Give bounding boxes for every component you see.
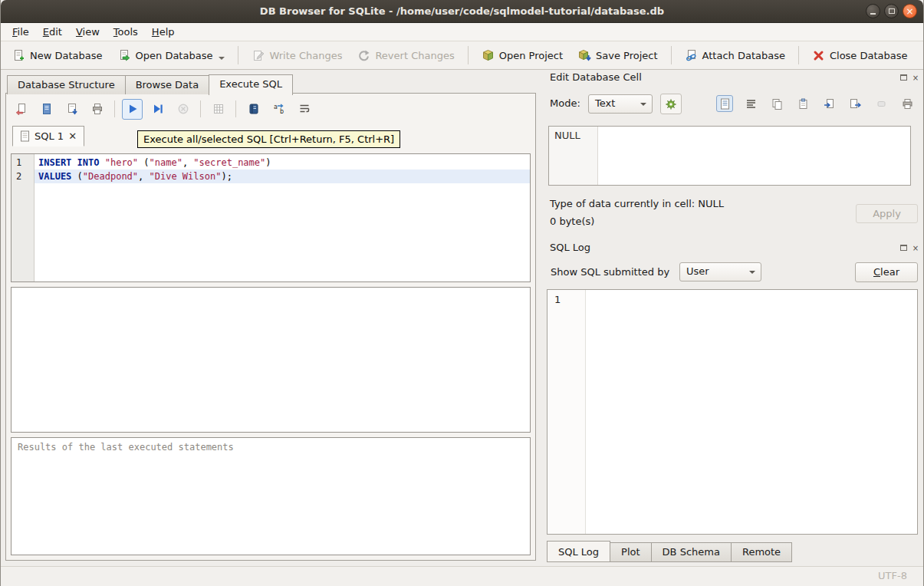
null-icon xyxy=(876,99,886,109)
attach-database-button[interactable]: Attach Database xyxy=(678,44,792,67)
cell-editor-body[interactable] xyxy=(598,127,910,185)
menubar: File Edit View Tools Help xyxy=(1,23,923,41)
line-number: 2 xyxy=(12,170,34,183)
revert-changes-button: Revert Changes xyxy=(350,44,461,67)
left-tab-bar: Database Structure Browse Data Execute S… xyxy=(7,74,293,95)
cell-editor[interactable]: NULL xyxy=(548,126,911,186)
close-panel-button[interactable]: × xyxy=(911,73,920,82)
revert-changes-icon xyxy=(357,49,370,62)
stop-icon xyxy=(177,103,189,115)
open-database-dropdown-icon[interactable] xyxy=(219,57,225,60)
sql-document-tab[interactable]: SQL 1 ✕ xyxy=(12,126,84,146)
sql-log-content[interactable] xyxy=(586,290,917,534)
window-controls: × xyxy=(866,4,917,18)
save-sql-file-button[interactable] xyxy=(36,99,57,120)
tab-browse-data[interactable]: Browse Data xyxy=(125,75,210,94)
menu-file[interactable]: File xyxy=(5,24,36,40)
new-database-icon xyxy=(12,49,25,62)
log-filter-select[interactable]: User xyxy=(679,262,761,281)
print-cell-button[interactable] xyxy=(899,95,916,112)
menu-tools[interactable]: Tools xyxy=(107,24,145,40)
execute-current-line-button[interactable] xyxy=(147,99,168,120)
text-view-button[interactable] xyxy=(716,95,733,112)
print-icon xyxy=(91,103,104,115)
open-in-editor-button[interactable] xyxy=(243,99,264,120)
open-project-button[interactable]: Open Project xyxy=(475,44,570,67)
close-button[interactable]: × xyxy=(903,4,917,18)
tab-execute-sql[interactable]: Execute SQL xyxy=(209,74,293,95)
line-number: 1 xyxy=(12,156,34,170)
mode-select[interactable]: Text xyxy=(588,94,653,114)
sql-editor-code[interactable]: INSERT INTO "hero" ("name", "secret_name… xyxy=(35,154,530,281)
sql-log-filter-row: Show SQL submitted by User Clear xyxy=(542,262,924,283)
undock-icon xyxy=(900,245,907,251)
word-wrap-cell-button[interactable] xyxy=(742,95,759,112)
bottom-tab-bar: SQL Log Plot DB Schema Remote xyxy=(547,541,792,562)
code-line[interactable]: INSERT INTO "hero" ("name", "secret_name… xyxy=(35,156,530,170)
set-null-button xyxy=(873,95,889,112)
undock-panel-button[interactable] xyxy=(899,73,908,82)
close-icon: × xyxy=(906,7,913,16)
write-changes-button: Write Changes xyxy=(245,44,349,67)
open-sql-file-button[interactable] xyxy=(11,99,31,120)
results-message-box[interactable]: Results of the last executed statements xyxy=(11,437,531,555)
paste-icon xyxy=(797,98,809,110)
edit-cell-dock-controls: × xyxy=(899,73,920,82)
tab-plot[interactable]: Plot xyxy=(610,542,652,562)
close-panel-icon: × xyxy=(912,244,919,252)
word-wrap-button[interactable] xyxy=(294,99,314,120)
execute-all-button[interactable] xyxy=(122,99,143,120)
gear-icon xyxy=(665,98,677,110)
titlebar: DB Browser for SQLite - /home/user/code/… xyxy=(1,0,923,23)
tab-sql-log[interactable]: SQL Log xyxy=(547,541,610,562)
notebook-icon xyxy=(248,103,260,115)
toolbar-separator xyxy=(238,46,238,64)
import-icon xyxy=(824,98,835,110)
tab-remote[interactable]: Remote xyxy=(731,542,792,562)
open-database-button[interactable]: Open Database xyxy=(111,44,232,67)
code-line[interactable]: VALUES ("Deadpond", "Dive Wilson"); xyxy=(35,170,530,183)
find-replace-button[interactable]: ab xyxy=(268,99,289,120)
close-database-button[interactable]: Close Database xyxy=(805,44,915,67)
paste-cell-button[interactable] xyxy=(794,95,811,112)
results-table[interactable] xyxy=(11,287,531,433)
cell-settings-button[interactable] xyxy=(660,94,682,114)
menu-view[interactable]: View xyxy=(69,24,107,40)
execute-icon xyxy=(127,103,139,115)
copy-icon xyxy=(771,98,783,110)
statusbar: UTF-8 xyxy=(1,566,923,586)
clear-log-button[interactable]: Clear xyxy=(855,262,918,282)
log-filter-label: Show SQL submitted by xyxy=(551,266,669,278)
import-cell-data-button[interactable] xyxy=(820,95,837,112)
tab-database-structure[interactable]: Database Structure xyxy=(7,75,126,94)
sql-log-view[interactable]: 1 xyxy=(547,289,918,535)
copy-cell-button[interactable] xyxy=(768,95,785,112)
sql-editor[interactable]: 12 INSERT INTO "hero" ("name", "secret_n… xyxy=(11,153,531,282)
sql-toolbar-separator xyxy=(235,100,236,117)
chevron-down-icon xyxy=(749,271,755,274)
svg-text:a: a xyxy=(274,104,278,110)
window-title: DB Browser for SQLite - /home/user/code/… xyxy=(1,0,923,23)
export-cell-data-button[interactable] xyxy=(847,95,863,112)
close-sql-tab-icon[interactable]: ✕ xyxy=(68,130,77,142)
save-project-button[interactable]: Save Project xyxy=(571,44,665,67)
svg-text:b: b xyxy=(280,108,284,115)
main-toolbar: New Database Open Database Write Changes… xyxy=(1,41,923,70)
cell-editor-gutter: NULL xyxy=(549,127,598,185)
save-sql-file-as-button[interactable] xyxy=(61,99,82,120)
cell-null-value: NULL xyxy=(554,130,580,141)
close-log-button[interactable]: × xyxy=(911,243,920,252)
chevron-down-icon xyxy=(640,103,646,106)
sql-toolbar: ab xyxy=(11,97,314,120)
tab-db-schema[interactable]: DB Schema xyxy=(651,542,732,562)
cell-type-info: Type of data currently in cell: NULL xyxy=(550,198,724,209)
edit-cell-title: Edit Database Cell xyxy=(550,71,642,83)
execute-line-icon xyxy=(152,103,164,115)
menu-help[interactable]: Help xyxy=(145,24,182,40)
maximize-button[interactable] xyxy=(884,4,899,18)
minimize-button[interactable] xyxy=(866,4,880,18)
menu-edit[interactable]: Edit xyxy=(36,24,69,40)
new-database-button[interactable]: New Database xyxy=(5,44,110,67)
undock-log-button[interactable] xyxy=(899,243,908,252)
print-sql-button[interactable] xyxy=(87,99,107,120)
